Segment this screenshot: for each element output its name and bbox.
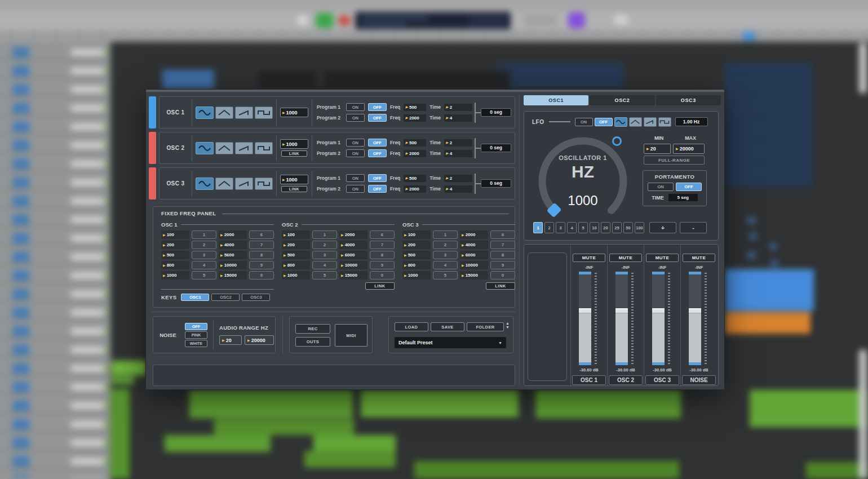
lfo-square-button[interactable] <box>658 117 671 127</box>
keys-osc-button[interactable]: OSC1 <box>181 294 209 301</box>
osc-freq-value-field[interactable]: ▶1000 <box>280 139 308 149</box>
key-button[interactable]: 4 <box>312 261 337 269</box>
outs-button[interactable]: OUTS <box>295 337 330 347</box>
load-button[interactable]: LOAD <box>395 322 428 331</box>
program-freq-field[interactable]: ▶2000 <box>404 185 426 193</box>
key-button[interactable]: 3 <box>312 251 337 259</box>
portamento-time-display[interactable]: 5 seg <box>668 194 698 201</box>
keys-osc-button[interactable]: OSC2 <box>211 294 240 301</box>
program-on-button[interactable]: ON <box>346 114 365 122</box>
lfo-off-button[interactable]: OFF <box>595 118 613 126</box>
program-freq-field[interactable]: ▶2000 <box>404 150 426 157</box>
fixed-freq-field[interactable]: ▶2000 <box>460 230 488 239</box>
fixed-freq-field[interactable]: ▶15000 <box>219 271 247 280</box>
fader-thumb[interactable] <box>579 308 591 313</box>
fixed-freq-field[interactable]: ▶10000 <box>460 261 488 269</box>
key-button[interactable]: 0 <box>370 271 395 280</box>
key-button[interactable]: 4 <box>433 261 458 269</box>
lfo-rate-display[interactable]: 1.00 Hz <box>675 117 708 126</box>
increment-button[interactable]: 10 <box>590 222 599 233</box>
key-button[interactable]: 7 <box>490 241 515 249</box>
key-button[interactable]: 8 <box>370 251 395 259</box>
key-button[interactable]: 9 <box>249 261 274 269</box>
fixed-freq-field[interactable]: ▶5600 <box>219 251 247 259</box>
program-off-button[interactable]: OFF <box>368 185 387 193</box>
saw-wave-button[interactable] <box>235 107 253 119</box>
key-button[interactable]: 1 <box>312 230 337 239</box>
volume-fader[interactable] <box>652 272 670 365</box>
fixed-freq-field[interactable]: ▶500 <box>161 251 189 259</box>
fader-track[interactable] <box>615 272 628 365</box>
key-button[interactable]: 2 <box>312 241 337 249</box>
triangle-wave-button[interactable] <box>215 107 233 119</box>
fader-track[interactable] <box>652 272 665 365</box>
key-button[interactable]: 6 <box>490 230 515 239</box>
osc-tab[interactable]: OSC2 <box>590 95 654 105</box>
program-time-field[interactable]: ▶4 <box>444 150 472 157</box>
keys-osc-button[interactable]: OSC3 <box>242 294 270 301</box>
fader-track[interactable] <box>689 272 701 365</box>
noise-white-button[interactable]: WHITE <box>185 340 207 347</box>
osc-tab[interactable]: OSC3 <box>656 95 721 105</box>
sine-wave-button[interactable] <box>196 142 214 154</box>
saw-wave-button[interactable] <box>235 178 253 190</box>
program-off-button[interactable]: OFF <box>368 149 387 157</box>
osc-freq-value-field[interactable]: ▶1000 <box>280 175 308 184</box>
preset-stepper[interactable]: ▲▼ <box>506 321 510 329</box>
fixed-freq-field[interactable]: ▶2000 <box>339 230 367 239</box>
fixed-freq-field[interactable]: ▶15000 <box>460 271 488 280</box>
lfo-sine-button[interactable] <box>614 117 627 127</box>
frequency-knob[interactable] <box>532 131 634 232</box>
link-button[interactable]: LINK <box>281 186 307 192</box>
link-button[interactable]: LINK <box>281 150 307 157</box>
noise-pink-button[interactable]: PINK <box>185 331 207 339</box>
key-button[interactable]: 3 <box>192 251 216 259</box>
program-time-field[interactable]: ▶2 <box>444 104 472 111</box>
fixed-freq-field[interactable]: ▶10000 <box>219 261 247 269</box>
program-freq-field[interactable]: ▶500 <box>404 175 426 182</box>
fixed-freq-field[interactable]: ▶15000 <box>339 271 367 280</box>
fixed-freq-field[interactable]: ▶100 <box>282 230 310 239</box>
volume-fader[interactable] <box>689 272 707 365</box>
fixed-freq-field[interactable]: ▶800 <box>161 261 189 269</box>
fixed-freq-field[interactable]: ▶6000 <box>339 251 367 259</box>
mute-button[interactable]: MUTE <box>646 254 679 262</box>
program-time-field[interactable]: ▶2 <box>444 175 472 182</box>
portamento-on-button[interactable]: ON <box>648 183 674 191</box>
square-wave-button[interactable] <box>255 142 273 154</box>
fixed-freq-field[interactable]: ▶6000 <box>460 251 488 259</box>
key-button[interactable]: 9 <box>490 261 515 269</box>
full-range-button[interactable]: FULL-RANGE <box>644 156 705 165</box>
program-on-button[interactable]: ON <box>346 139 365 147</box>
fixed-freq-field[interactable]: ▶100 <box>161 230 189 239</box>
increment-button[interactable]: 5 <box>578 222 588 233</box>
fixed-freq-field[interactable]: ▶200 <box>161 241 189 249</box>
audio-range-min-field[interactable]: ▶20 <box>219 335 242 345</box>
key-button[interactable]: 9 <box>370 261 395 269</box>
key-button[interactable]: 5 <box>433 271 458 280</box>
program-off-button[interactable]: OFF <box>368 114 387 122</box>
minus-button[interactable]: - <box>680 222 707 233</box>
key-button[interactable]: 4 <box>192 261 216 269</box>
fixed-freq-field[interactable]: ▶4000 <box>339 241 367 249</box>
fixed-freq-field[interactable]: ▶4000 <box>219 241 247 249</box>
sine-wave-button[interactable] <box>196 107 214 119</box>
key-button[interactable]: 5 <box>192 271 216 280</box>
folder-button[interactable]: FOLDER <box>467 322 504 331</box>
increment-button[interactable]: 100 <box>635 222 644 233</box>
key-button[interactable]: 8 <box>249 251 274 259</box>
key-button[interactable]: 2 <box>433 241 458 249</box>
program-time-field[interactable]: ▶4 <box>444 185 472 193</box>
lfo-saw-button[interactable] <box>644 117 657 127</box>
fixed-freq-field[interactable]: ▶800 <box>282 261 310 269</box>
program-off-button[interactable]: OFF <box>368 174 387 182</box>
fixed-freq-field[interactable]: ▶800 <box>402 261 431 269</box>
program-time-field[interactable]: ▶4 <box>444 114 472 122</box>
increment-button[interactable]: 4 <box>567 222 577 233</box>
saw-wave-button[interactable] <box>235 142 253 154</box>
key-button[interactable]: 2 <box>192 241 216 249</box>
key-button[interactable]: 1 <box>192 230 216 239</box>
key-button[interactable]: 6 <box>249 230 274 239</box>
osc-freq-value-field[interactable]: ▶1000 <box>280 108 308 117</box>
mute-button[interactable]: MUTE <box>609 254 642 262</box>
